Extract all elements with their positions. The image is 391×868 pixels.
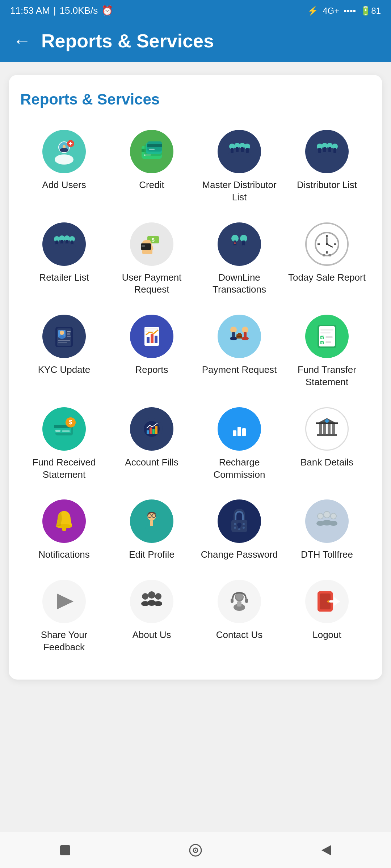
svg-rect-144	[150, 520, 153, 526]
services-grid: Add Users Cre	[20, 121, 371, 664]
back-button[interactable]: ←	[13, 32, 31, 50]
nav-square-button[interactable]	[54, 839, 77, 862]
edit-profile-icon	[130, 499, 173, 543]
grid-item-kyc-update[interactable]: KYC Update	[20, 306, 108, 399]
grid-item-share-feedback[interactable]: Share Your Feedback	[20, 571, 108, 664]
grid-item-add-users[interactable]: Add Users	[20, 121, 108, 214]
svg-rect-180	[60, 845, 70, 855]
nav-back-button[interactable]	[314, 839, 337, 862]
svg-rect-91	[145, 331, 154, 332]
grid-item-dth-tollfree[interactable]: DTH Tollfree	[283, 491, 371, 571]
notifications-label: Notifications	[38, 549, 90, 561]
svg-rect-25	[236, 147, 239, 152]
svg-rect-107	[325, 336, 333, 338]
status-right: ⚡ 4G+ ▪▪▪▪ 🔋81	[307, 6, 381, 16]
svg-rect-87	[147, 337, 150, 343]
svg-rect-24	[231, 148, 234, 153]
svg-rect-103	[320, 329, 333, 331]
svg-point-165	[148, 591, 155, 599]
status-left: 11:53 AM | 15.0KB/s ⏰	[10, 5, 113, 16]
grid-item-fund-transfer[interactable]: Fund Transfer Statement	[283, 306, 371, 399]
account-fills-icon	[130, 407, 173, 451]
recharge-commission-icon	[218, 407, 261, 451]
svg-point-151	[243, 527, 245, 529]
svg-point-135	[62, 527, 66, 531]
grid-item-distributor-list[interactable]: Distributor List	[283, 121, 371, 214]
grid-item-recharge-commission[interactable]: Recharge Commission	[196, 399, 283, 491]
grid-item-user-payment-request[interactable]: $ User Payment Request	[108, 214, 196, 306]
reports-label: Reports	[135, 364, 168, 376]
svg-rect-121	[155, 426, 157, 434]
today-sale-report-label: Today Sale Report	[288, 272, 366, 284]
grid-item-fund-received[interactable]: $ Fund Received Statement	[20, 399, 108, 491]
retailer-list-icon	[42, 222, 86, 266]
svg-rect-84	[58, 342, 67, 343]
svg-rect-96	[238, 333, 241, 335]
add-users-label: Add Users	[42, 179, 86, 191]
svg-point-78	[60, 331, 64, 335]
grid-item-notifications[interactable]: Notifications	[20, 491, 108, 571]
svg-point-4	[60, 148, 68, 152]
signal-icon: ▪▪▪▪	[344, 6, 356, 16]
svg-rect-54	[142, 249, 152, 254]
svg-point-94	[230, 337, 237, 340]
svg-rect-171	[231, 599, 234, 603]
grid-item-master-distributor[interactable]: Master Distributor List	[196, 121, 283, 214]
bank-details-label: Bank Details	[300, 456, 353, 469]
svg-point-168	[154, 601, 162, 606]
fund-received-icon: $	[42, 407, 86, 451]
svg-point-170	[236, 593, 243, 600]
svg-marker-184	[321, 845, 331, 855]
svg-rect-89	[155, 336, 157, 343]
svg-rect-112	[55, 430, 60, 432]
dth-tollfree-icon	[305, 499, 349, 543]
svg-rect-88	[151, 334, 154, 343]
distributor-list-label: Distributor List	[297, 179, 357, 191]
status-separator: |	[54, 5, 56, 16]
about-us-icon	[130, 580, 173, 623]
svg-marker-162	[57, 593, 73, 609]
fund-transfer-label: Fund Transfer Statement	[286, 364, 368, 388]
svg-point-149	[243, 523, 245, 525]
grid-item-contact-us[interactable]: Contact Us	[196, 571, 283, 664]
svg-rect-15	[149, 149, 155, 150]
grid-item-change-password[interactable]: Change Password	[196, 491, 283, 571]
svg-point-152	[238, 528, 240, 530]
grid-item-logout[interactable]: Logout	[283, 571, 371, 664]
grid-item-downline-transactions[interactable]: DownLine Transactions	[196, 214, 283, 306]
grid-item-today-sale-report[interactable]: Today Sale Report	[283, 214, 371, 306]
share-feedback-icon	[42, 580, 86, 623]
grid-item-credit[interactable]: Credit	[108, 121, 196, 214]
svg-point-51	[68, 244, 76, 248]
contact-us-icon	[218, 580, 261, 623]
grid-item-reports[interactable]: Reports	[108, 306, 196, 399]
status-time: 11:53 AM	[10, 5, 50, 16]
svg-rect-172	[245, 599, 248, 603]
header: ← Reports & Services	[0, 20, 391, 62]
svg-point-79	[59, 335, 65, 339]
recharge-commission-label: Recharge Commission	[198, 456, 280, 481]
grid-item-bank-details[interactable]: Bank Details	[283, 399, 371, 491]
svg-rect-66	[326, 235, 328, 237]
svg-rect-26	[241, 147, 244, 152]
grid-item-retailer-list[interactable]: Retailer List	[20, 214, 108, 306]
grid-item-about-us[interactable]: About Us	[108, 571, 196, 664]
credit-label: Credit	[139, 179, 164, 191]
logout-icon	[305, 580, 349, 623]
svg-rect-37	[323, 147, 326, 152]
svg-line-141	[147, 515, 148, 516]
grid-item-account-fills[interactable]: Account Fills	[108, 399, 196, 491]
card-title: Reports & Services	[20, 91, 371, 108]
kyc-update-label: KYC Update	[38, 364, 91, 376]
nav-home-button[interactable]	[184, 839, 207, 862]
svg-rect-14	[147, 144, 162, 147]
grid-item-edit-profile[interactable]: Edit Profile	[108, 491, 196, 571]
services-card: Reports & Services	[9, 75, 382, 680]
grid-item-payment-request[interactable]: Payment Request	[196, 306, 283, 399]
contact-us-label: Contact Us	[216, 629, 263, 641]
retailer-list-label: Retailer List	[39, 272, 89, 284]
svg-point-63	[239, 245, 248, 250]
svg-rect-108	[325, 341, 331, 343]
distributor-list-icon	[305, 130, 349, 173]
svg-point-150	[234, 527, 236, 529]
